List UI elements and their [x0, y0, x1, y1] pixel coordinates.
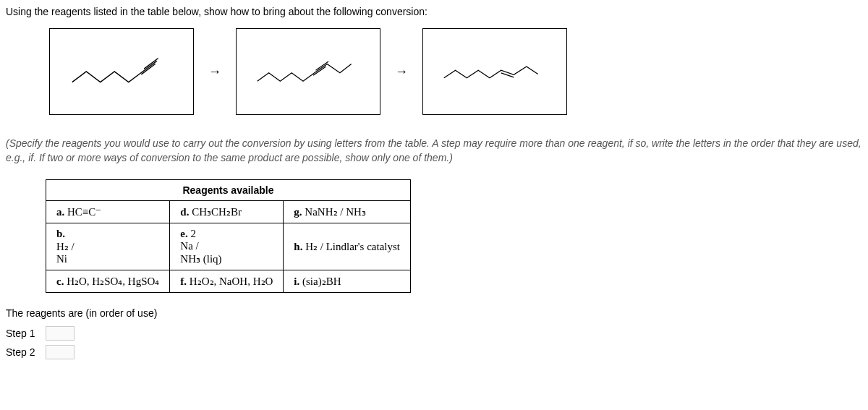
structures-row: → →: [49, 28, 862, 115]
intro-text: Using the reagents listed in the table b…: [6, 6, 862, 17]
structure-box-3: [422, 28, 567, 115]
cell-d: d. CH₃CH₂Br: [170, 201, 284, 223]
cell-e: e. 2 Na / NH₃ (liq): [170, 223, 284, 270]
step-2-input[interactable]: [46, 345, 75, 359]
cell-c: c. H₂O, H₂SO₄, HgSO₄: [46, 270, 170, 293]
cell-g: g. NaNH₂ / NH₃: [284, 201, 411, 223]
cell-b: b. H₂ / Ni: [46, 223, 170, 270]
instruction-text: (Specify the reagents you would use to c…: [6, 137, 862, 165]
step-1-label: Step 1: [6, 328, 46, 339]
structure-box-1: [49, 28, 194, 115]
molecule-svg-3: [438, 43, 552, 100]
cell-i: i. (sia)₂BH: [284, 270, 411, 293]
reagents-table-wrapper: Reagents available a. HC≡C⁻ d. CH₃CH₂Br …: [46, 179, 411, 293]
step-2-row: Step 2: [6, 345, 862, 359]
step-2-label: Step 2: [6, 346, 46, 358]
arrow-2: →: [395, 64, 408, 80]
table-row: b. H₂ / Ni e. 2 Na / NH₃ (liq) h. H₂ / L…: [46, 223, 411, 270]
reagents-table: a. HC≡C⁻ d. CH₃CH₂Br g. NaNH₂ / NH₃ b. H…: [46, 200, 411, 293]
cell-f: f. H₂O₂, NaOH, H₂O: [170, 270, 284, 293]
step-1-input[interactable]: [46, 326, 75, 341]
reagents-header: Reagents available: [46, 180, 411, 200]
cell-h: h. H₂ / Lindlar's catalyst: [284, 223, 411, 270]
footer-text: The reagents are (in order of use): [6, 307, 862, 319]
table-row: a. HC≡C⁻ d. CH₃CH₂Br g. NaNH₂ / NH₃: [46, 201, 411, 223]
arrow-1: →: [208, 64, 221, 80]
table-row: c. H₂O, H₂SO₄, HgSO₄ f. H₂O₂, NaOH, H₂O …: [46, 270, 411, 293]
molecule-svg-1: [64, 43, 179, 100]
cell-a: a. HC≡C⁻: [46, 201, 170, 223]
structure-box-2: [236, 28, 380, 115]
step-1-row: Step 1: [6, 326, 862, 341]
molecule-svg-2: [251, 43, 365, 100]
